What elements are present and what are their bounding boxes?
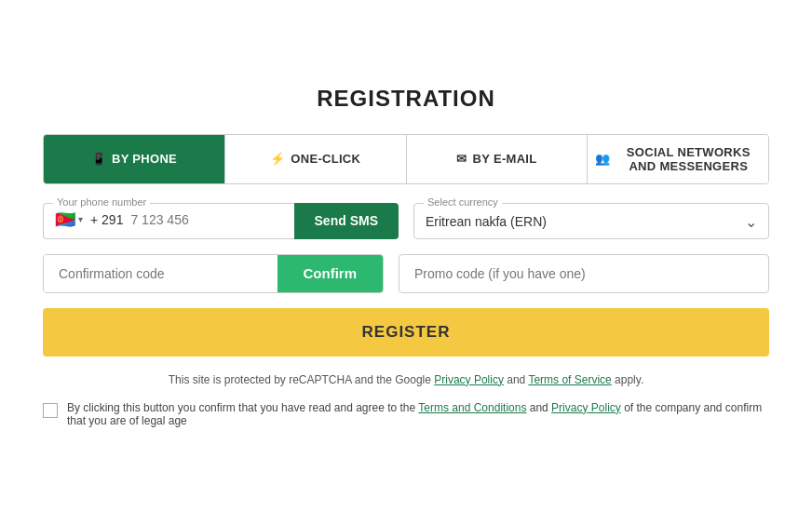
email-tab-icon: ✉ (456, 152, 467, 166)
tab-by-phone-label: BY PHONE (112, 152, 177, 166)
phone-fieldset: Your phone number 🇪🇷 ▾ + 291 (43, 203, 294, 239)
currency-chevron-icon: ⌄ (745, 213, 757, 231)
terms-privacy-policy-link[interactable]: Privacy Policy (551, 401, 621, 414)
tab-one-click[interactable]: ⚡ ONE-CLICK (225, 135, 407, 183)
privacy-policy-link[interactable]: Privacy Policy (434, 373, 504, 386)
confirmation-section: Confirm (43, 254, 384, 293)
recaptcha-notice: This site is protected by reCAPTCHA and … (43, 373, 769, 386)
phone-tab-icon: 📱 (91, 152, 106, 166)
promo-code-input[interactable] (399, 254, 769, 293)
phone-currency-row: Your phone number 🇪🇷 ▾ + 291 Send SMS Se… (43, 203, 769, 239)
currency-value: Eritrean nakfa (ERN) (426, 214, 547, 229)
flag-emoji: 🇪🇷 (55, 209, 75, 230)
confirmation-promo-row: Confirm (43, 254, 769, 293)
confirm-button[interactable]: Confirm (277, 255, 384, 292)
tab-by-email[interactable]: ✉ BY E-MAIL (407, 135, 589, 183)
phone-input[interactable] (130, 212, 282, 227)
tab-one-click-label: ONE-CLICK (291, 152, 360, 166)
send-sms-wrapper: Send SMS (294, 203, 399, 239)
country-code: + 291 (90, 212, 123, 227)
register-button[interactable]: REGISTER (43, 308, 769, 357)
currency-section: Select currency Eritrean nakfa (ERN) ⌄ (413, 203, 769, 239)
tab-by-phone[interactable]: 📱 BY PHONE (44, 135, 225, 183)
tab-social-label: SOCIAL NETWORKS AND MESSENGERS (616, 145, 761, 173)
registration-tabs: 📱 BY PHONE ⚡ ONE-CLICK ✉ BY E-MAIL 👥 SOC… (43, 134, 769, 184)
page-title: REGISTRATION (43, 86, 769, 112)
confirmation-code-input[interactable] (44, 255, 277, 292)
terms-and-conditions-link[interactable]: Terms and Conditions (418, 401, 526, 414)
terms-text: By clicking this button you confirm that… (67, 401, 769, 427)
flag-select-button[interactable]: 🇪🇷 ▾ (55, 209, 83, 230)
terms-of-service-link[interactable]: Terms of Service (528, 373, 611, 386)
one-click-tab-icon: ⚡ (270, 152, 285, 166)
send-sms-button[interactable]: Send SMS (294, 203, 399, 239)
terms-row: By clicking this button you confirm that… (43, 401, 769, 427)
phone-section: Your phone number 🇪🇷 ▾ + 291 Send SMS (43, 203, 399, 239)
currency-legend: Select currency (424, 196, 502, 208)
social-tab-icon: 👥 (595, 152, 610, 166)
tab-social[interactable]: 👥 SOCIAL NETWORKS AND MESSENGERS (588, 135, 768, 183)
flag-chevron-icon: ▾ (78, 214, 83, 224)
currency-fieldset[interactable]: Select currency Eritrean nakfa (ERN) ⌄ (413, 203, 769, 239)
phone-legend: Your phone number (53, 196, 150, 208)
terms-checkbox[interactable] (43, 403, 58, 418)
tab-by-email-label: BY E-MAIL (473, 152, 537, 166)
